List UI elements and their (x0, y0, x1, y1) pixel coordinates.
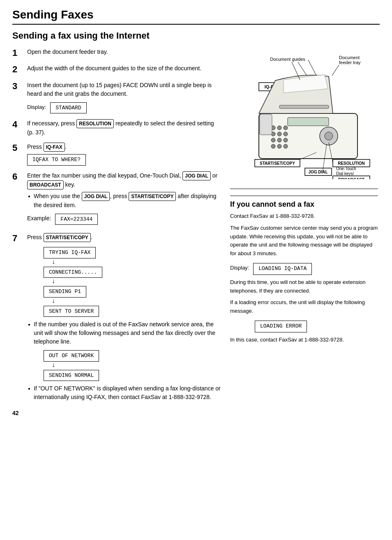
cannot-send-para1: Contact FaxSav at 1-888-332-9728. (230, 212, 378, 221)
step-4-text-before: If necessary, press (27, 120, 75, 127)
svg-point-20 (284, 138, 288, 142)
svg-point-17 (284, 132, 288, 136)
step-5-dot: . (65, 143, 67, 150)
cannot-send-para4: If a loading error occurs, the unit will… (230, 298, 378, 316)
cannot-send-display-value: LOADING IQ-DATA (253, 263, 312, 275)
bullet1-before: When you use the (34, 193, 80, 199)
step-3-number: 3 (12, 81, 24, 92)
svg-point-18 (271, 138, 275, 142)
step-4-key: RESOLUTION (76, 119, 114, 128)
bullet1-text: , press (110, 193, 127, 199)
flow-box-6: SENDING NORMAL (44, 370, 99, 381)
bullet3-phone: 1-888-332-9728. (168, 394, 211, 400)
step-6-content: Enter the fax number using the dial keyp… (27, 171, 222, 228)
svg-point-21 (271, 144, 275, 148)
step-7-dot: . (91, 234, 92, 240)
step-5-text-before: Press (27, 143, 42, 150)
cannot-send-para3: During this time, you will not be able t… (230, 278, 378, 295)
flow-arrow-1: ↓ (52, 258, 55, 265)
cannot-send-para2: The FaxSav customer service center may s… (230, 224, 378, 258)
svg-rect-11 (288, 118, 329, 126)
step-7-text-before: Press (27, 234, 42, 240)
fax-machine-svg: Document guides Document feeder tray IQ-… (234, 52, 374, 179)
step-3-display-value: STANDARD (50, 102, 86, 114)
step-7-content: Press START/SET/COPY. TRYING IQ-FAX ↓ CO… (27, 233, 222, 402)
step-5: 5 Press IQ-FAX. IQFAX TO WHERE? (12, 143, 222, 166)
step-7: 7 Press START/SET/COPY. TRYING IQ-FAX ↓ … (12, 233, 222, 402)
svg-text:Document guides: Document guides (270, 57, 305, 62)
svg-text:RESOLUTION: RESOLUTION (338, 161, 365, 166)
step-4-number: 4 (12, 119, 24, 130)
svg-point-23 (284, 144, 288, 148)
svg-rect-26 (260, 114, 272, 135)
svg-text:START/SET/COPY: START/SET/COPY (260, 161, 295, 166)
flow-box-4: SENT TO SERVER (44, 306, 99, 317)
cannot-send-section: If you cannot send a fax Contact FaxSav … (230, 189, 378, 344)
step-3-text: Insert the document (up to 15 pages) FAC… (27, 82, 212, 97)
svg-point-25 (325, 132, 333, 140)
step-6-text-mid: or (212, 172, 217, 179)
step-7-key: START/SET/COPY (44, 233, 91, 242)
step-6-number: 6 (12, 171, 24, 182)
svg-point-19 (277, 138, 281, 142)
step-5-number: 5 (12, 143, 24, 153)
flow-box-3: SENDING P1 (44, 286, 86, 298)
section-title: Sending a fax using the Internet (12, 30, 380, 41)
step-5-key: IQ-FAX (44, 143, 65, 152)
step-1-text: Open the document feeder tray. (27, 48, 222, 56)
step-5-content: Press IQ-FAX. IQFAX TO WHERE? (27, 143, 222, 166)
flow-box-1: TRYING IQ-FAX (44, 247, 96, 258)
flow-box-5: OUT OF NETWORK (44, 350, 99, 362)
flow-arrow-3: ↓ (52, 298, 55, 304)
step-6-bullet: When you use the JOG DIAL, press START/S… (34, 192, 222, 210)
step-3: 3 Insert the document (up to 15 pages) F… (12, 81, 222, 114)
step-7-bullet2: If the number you dialed is out of the F… (34, 320, 222, 346)
flow-boxes-2: OUT OF NETWORK ↓ SENDING NORMAL (44, 348, 222, 381)
step-6: 6 Enter the fax number using the dial ke… (12, 171, 222, 228)
step-1-number: 1 (12, 48, 24, 58)
svg-point-14 (284, 126, 288, 130)
cannot-send-para5: In this case, contact FaxSav at 1-888-33… (230, 336, 378, 344)
flow-arrow-4: ↓ (52, 362, 55, 368)
flow-boxes-1: TRYING IQ-FAX ↓ CONNECTING..... ↓ SENDIN… (44, 245, 222, 317)
bullet1-key2: START/SET/COPY (129, 192, 176, 201)
step-6-text-before: Enter the fax number using the dial keyp… (27, 172, 181, 179)
bullet1-key1: JOG DIAL (82, 192, 110, 201)
divider (230, 196, 378, 196)
cannot-send-text: Contact FaxSav at 1-888-332-9728. The Fa… (230, 212, 378, 344)
example-value: FAX=223344 (55, 214, 98, 225)
fax-diagram: Document guides Document feeder tray IQ-… (230, 52, 378, 180)
cannot-send-display-row: Display: LOADING IQ-DATA (230, 261, 378, 275)
step-3-display-label: Display: (27, 103, 46, 111)
svg-line-28 (308, 60, 316, 76)
step-6-text-after: key. (65, 181, 76, 188)
page-title: Sending Faxes (12, 8, 380, 25)
step-2-text: Adjust the width of the document guides … (27, 64, 222, 73)
loading-error-box: LOADING ERROR (255, 319, 378, 332)
step-1: 1 Open the document feeder tray. (12, 48, 222, 58)
svg-line-4 (332, 65, 339, 76)
loading-error-value: LOADING ERROR (255, 321, 307, 332)
svg-text:feeder tray: feeder tray (339, 60, 361, 65)
cannot-send-display-label: Display: (230, 264, 249, 272)
step-5-display: IQFAX TO WHERE? (27, 154, 86, 166)
svg-point-13 (277, 126, 281, 130)
svg-rect-10 (279, 105, 329, 108)
svg-text:Document: Document (339, 55, 360, 60)
step-2-number: 2 (12, 64, 24, 75)
example-row: Example: FAX=223344 (27, 212, 222, 225)
svg-text:One-Touch: One-Touch (336, 166, 356, 171)
step-7-number: 7 (12, 233, 24, 244)
step-4: 4 If necessary, press RESOLUTION repeate… (12, 119, 222, 137)
svg-line-3 (298, 62, 307, 76)
step-6-key1: JOG DIAL (182, 171, 211, 180)
cannot-send-title: If you cannot send a fax (230, 200, 378, 209)
svg-point-16 (277, 132, 281, 136)
svg-text:BROADCAST: BROADCAST (338, 178, 364, 179)
flow-arrow-2: ↓ (52, 278, 55, 284)
flow-box-2: CONNECTING..... (44, 267, 102, 278)
step-2: 2 Adjust the width of the document guide… (12, 64, 222, 75)
svg-point-22 (277, 144, 281, 148)
page-number: 42 (12, 410, 222, 416)
step-4-content: If necessary, press RESOLUTION repeatedl… (27, 119, 222, 137)
